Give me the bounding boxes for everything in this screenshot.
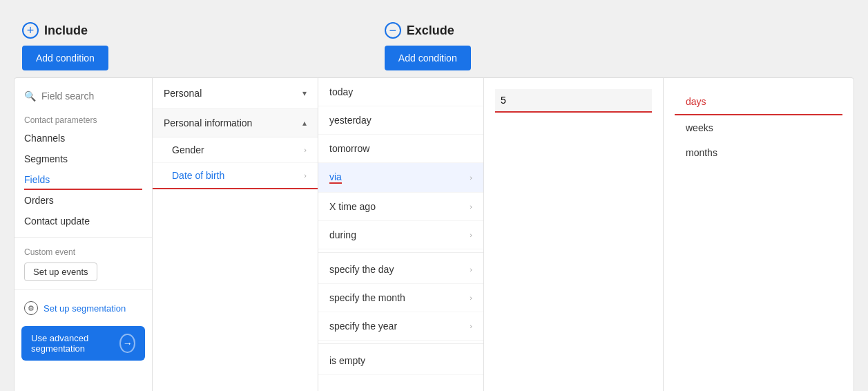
condition-specify-day-label: specify the day	[329, 264, 394, 275]
specify-month-chevron: ›	[470, 294, 472, 302]
setup-events-button[interactable]: Set up events	[24, 263, 97, 281]
search-box[interactable]: 🔍 Field search	[15, 86, 152, 106]
page-container: + Include Add condition − Exclude Add co…	[11, 11, 857, 391]
personal-info-header[interactable]: Personal information ▴	[153, 109, 318, 137]
exclude-icon: −	[385, 22, 401, 39]
gender-label: Gender	[172, 144, 204, 155]
condition-via[interactable]: via ›	[318, 163, 483, 193]
condition-yesterday-label: yesterday	[329, 115, 372, 126]
field-item-gender[interactable]: Gender ›	[153, 137, 318, 163]
condition-specify-year-label: specify the year	[329, 321, 397, 332]
condition-specify-month-label: specify the month	[329, 292, 405, 303]
condition-is-empty[interactable]: is empty	[318, 347, 483, 375]
value-input[interactable]	[495, 89, 652, 113]
condition-specify-day[interactable]: specify the day ›	[318, 256, 483, 284]
dob-chevron: ›	[304, 171, 307, 180]
search-label: Field search	[41, 90, 94, 102]
exclude-header: − Exclude	[385, 22, 471, 39]
include-add-condition-button[interactable]: Add condition	[22, 46, 108, 70]
set-segmentation-label: Set up segmentation	[44, 303, 126, 314]
specify-day-chevron: ›	[470, 265, 472, 274]
sidebar-item-segments[interactable]: Segments	[15, 149, 152, 169]
include-icon: +	[22, 22, 39, 39]
condition-tomorrow[interactable]: tomorrow	[318, 135, 483, 163]
advanced-seg-label: Use advanced segmentation	[31, 333, 119, 354]
condition-separator	[318, 252, 483, 253]
include-header: + Include	[22, 22, 108, 39]
personal-chevron-down: ▾	[302, 88, 307, 98]
field-item-date-of-birth[interactable]: Date of birth ›	[153, 163, 318, 189]
sidebar-divider	[15, 237, 152, 238]
top-section: + Include Add condition − Exclude Add co…	[11, 11, 857, 77]
condition-via-label: via	[329, 171, 342, 184]
units-col: days weeks months	[664, 78, 853, 391]
exclude-add-condition-button[interactable]: Add condition	[385, 46, 471, 70]
conditions-col: today yesterday tomorrow via › X time ag…	[318, 78, 484, 391]
during-chevron: ›	[470, 231, 472, 239]
condition-is-empty-label: is empty	[329, 355, 365, 366]
personal-info-label: Personal information	[164, 117, 252, 128]
sidebar: 🔍 Field search Contact parameters Channe…	[15, 78, 153, 391]
advanced-seg-icon: →	[119, 334, 135, 353]
contact-params-title: Contact parameters	[15, 111, 152, 128]
date-of-birth-label: Date of birth	[172, 170, 224, 181]
specify-year-chevron: ›	[470, 322, 472, 330]
personal-header-label: Personal	[164, 88, 202, 99]
unit-months[interactable]: months	[675, 140, 842, 165]
sidebar-item-orders[interactable]: Orders	[15, 190, 152, 211]
condition-today[interactable]: today	[318, 78, 483, 106]
condition-x-time-ago[interactable]: X time ago ›	[318, 193, 483, 221]
condition-today-label: today	[329, 86, 353, 97]
personal-header[interactable]: Personal ▾	[153, 78, 318, 109]
include-title: Include	[44, 23, 88, 38]
personal-info-chevron-up: ▴	[302, 118, 307, 128]
sidebar-item-fields[interactable]: Fields	[15, 169, 152, 190]
condition-x-time-ago-label: X time ago	[329, 201, 376, 212]
search-icon: 🔍	[24, 90, 36, 102]
condition-during-label: during	[329, 229, 356, 240]
unit-weeks[interactable]: weeks	[675, 115, 842, 140]
personal-col: Personal ▾ Personal information ▴ Gender…	[153, 78, 318, 391]
gender-chevron: ›	[304, 146, 307, 154]
value-col	[484, 78, 664, 391]
set-segmentation-link[interactable]: ⚙ Set up segmentation	[15, 296, 152, 321]
exclude-title: Exclude	[407, 23, 454, 38]
include-group: + Include Add condition	[22, 22, 108, 70]
condition-during[interactable]: during ›	[318, 221, 483, 249]
exclude-group: − Exclude Add condition	[385, 22, 471, 70]
condition-specify-month[interactable]: specify the month ›	[318, 284, 483, 312]
condition-yesterday[interactable]: yesterday	[318, 106, 483, 135]
unit-days[interactable]: days	[675, 89, 842, 115]
main-panel: 🔍 Field search Contact parameters Channe…	[14, 77, 854, 391]
condition-separator-2	[318, 343, 483, 344]
custom-event-title: Custom event	[15, 243, 152, 260]
condition-tomorrow-label: tomorrow	[329, 143, 369, 154]
sidebar-item-contact-update[interactable]: Contact update	[15, 211, 152, 231]
gear-icon: ⚙	[24, 301, 38, 315]
sidebar-item-channels[interactable]: Channels	[15, 128, 152, 149]
condition-specify-year[interactable]: specify the year ›	[318, 312, 483, 341]
x-time-ago-chevron: ›	[470, 202, 472, 211]
via-chevron: ›	[470, 173, 472, 182]
sidebar-divider-2	[15, 289, 152, 290]
advanced-segmentation-button[interactable]: Use advanced segmentation →	[21, 326, 145, 361]
